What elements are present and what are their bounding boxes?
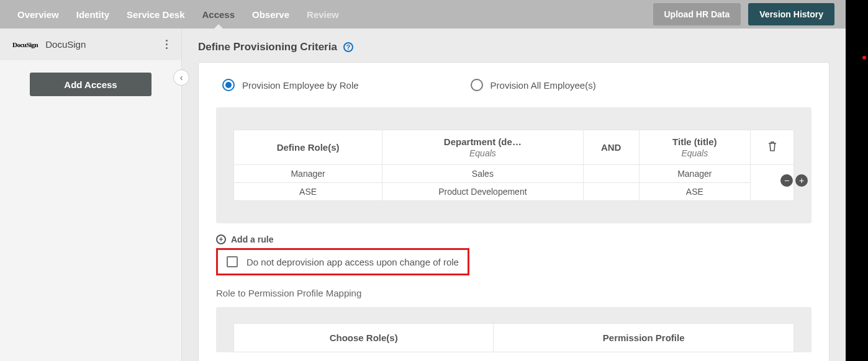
- minus-icon: −: [784, 176, 789, 185]
- version-history-button[interactable]: Version History: [748, 3, 834, 25]
- tab-identity[interactable]: Identity: [76, 0, 109, 29]
- window-border: [846, 0, 868, 361]
- deprovision-label: Do not deprovision app access upon chang…: [246, 257, 459, 267]
- permission-mapping-block: Choose Role(s) Permission Profile: [216, 307, 811, 352]
- docusign-logo-icon: DocuSign: [12, 41, 38, 48]
- col-define-roles: Define Role(s): [234, 130, 382, 165]
- col-department: Department (de… Equals: [382, 130, 583, 165]
- plus-circle-icon: +: [216, 234, 226, 244]
- sidebar-app-name: DocuSign: [45, 39, 86, 50]
- radio-label: Provision All Employee(s): [491, 80, 596, 91]
- cell-op: [583, 183, 639, 201]
- sidebar: DocuSign DocuSign Add Access ‹: [0, 29, 182, 361]
- plus-icon: +: [799, 176, 804, 185]
- tab-service-desk[interactable]: Service Desk: [127, 0, 184, 29]
- sidebar-app-row[interactable]: DocuSign DocuSign: [0, 29, 181, 60]
- cell-dept: Sales: [382, 165, 583, 183]
- radio-unselected-icon: [471, 79, 483, 91]
- radio-provision-all[interactable]: Provision All Employee(s): [471, 79, 596, 91]
- col-operator: AND: [583, 130, 639, 165]
- cell-role: ASE: [234, 183, 382, 201]
- tab-access[interactable]: Access: [202, 0, 235, 29]
- notification-dot-icon: [862, 56, 866, 60]
- col-choose-roles: Choose Role(s): [234, 324, 494, 352]
- tab-overview[interactable]: Overview: [17, 0, 59, 29]
- role-table: Define Role(s) Department (de… Equals AN…: [233, 130, 794, 201]
- deprovision-option-highlight: Do not deprovision app access upon chang…: [216, 248, 469, 275]
- deprovision-checkbox[interactable]: [227, 256, 238, 267]
- add-rule-button[interactable]: + Add a rule: [216, 234, 811, 244]
- table-row[interactable]: Manager Sales Manager: [234, 165, 794, 183]
- provision-radio-group: Provision Employee by Role Provision All…: [216, 79, 811, 91]
- remove-row-button[interactable]: −: [780, 174, 793, 187]
- chevron-left-icon: ‹: [180, 73, 183, 82]
- cell-op: [583, 165, 639, 183]
- radio-selected-icon: [222, 79, 235, 91]
- cell-title: ASE: [639, 183, 750, 201]
- top-nav-bar: Overview Identity Service Desk Access Ob…: [0, 0, 846, 29]
- add-rule-label: Add a rule: [231, 234, 273, 244]
- kebab-menu-icon[interactable]: [162, 36, 171, 53]
- add-row-button[interactable]: +: [795, 174, 808, 187]
- cell-dept: Product Developement: [382, 183, 583, 201]
- criteria-card: Provision Employee by Role Provision All…: [198, 62, 830, 361]
- upload-hr-data-button[interactable]: Upload HR Data: [653, 3, 741, 25]
- main-content: Define Provisioning Criteria ? Provision…: [182, 29, 846, 361]
- tab-review: Review: [307, 0, 339, 29]
- radio-label: Provision Employee by Role: [242, 80, 359, 91]
- tab-observe[interactable]: Observe: [252, 0, 289, 29]
- mapping-subtitle: Role to Permission Profile Mapping: [216, 288, 811, 298]
- permission-table: Choose Role(s) Permission Profile: [233, 323, 794, 352]
- col-permission-profile: Permission Profile: [494, 324, 794, 352]
- col-title: Title (title) Equals: [639, 130, 750, 165]
- add-access-button[interactable]: Add Access: [30, 73, 151, 96]
- row-controls: − +: [780, 174, 808, 187]
- nav-tabs: Overview Identity Service Desk Access Ob…: [17, 0, 339, 29]
- cell-role: Manager: [234, 165, 382, 183]
- help-icon[interactable]: ?: [343, 42, 353, 52]
- top-actions: Upload HR Data Version History: [653, 3, 835, 25]
- cell-title: Manager: [639, 165, 750, 183]
- table-row[interactable]: ASE Product Developement ASE: [234, 183, 794, 201]
- page-title-text: Define Provisioning Criteria: [198, 41, 337, 53]
- col-actions: [751, 130, 794, 165]
- trash-icon[interactable]: [767, 141, 777, 152]
- role-definition-block: Define Role(s) Department (de… Equals AN…: [216, 107, 811, 223]
- collapse-sidebar-button[interactable]: ‹: [173, 69, 189, 86]
- radio-provision-by-role[interactable]: Provision Employee by Role: [222, 79, 359, 91]
- page-title: Define Provisioning Criteria ?: [198, 41, 830, 53]
